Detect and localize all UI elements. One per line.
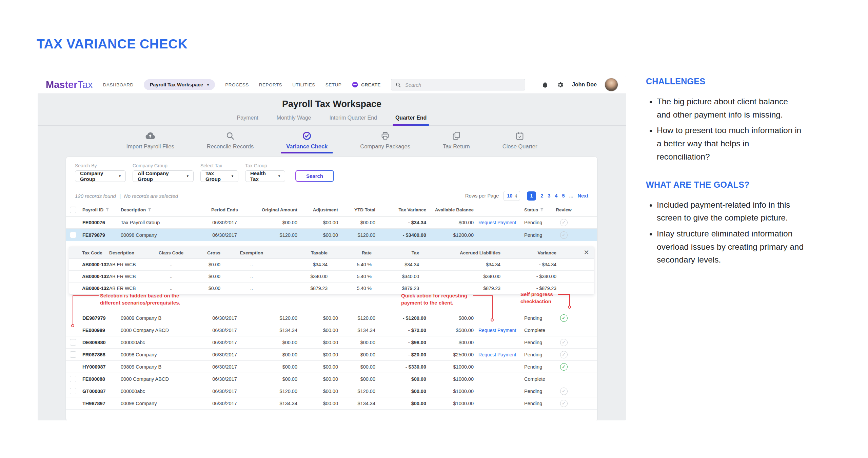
column-header-description: Description (119, 207, 200, 212)
nav-item-process[interactable]: PROCESS (225, 82, 249, 87)
toolbar-item-close-quarter[interactable]: Close Quarter (502, 131, 537, 153)
filter-icon[interactable] (148, 208, 151, 211)
create-button[interactable]: CREATE (352, 81, 381, 88)
filter-icon[interactable] (540, 208, 544, 211)
cell-tax-code: AB0000-132 (69, 262, 109, 267)
next-page-button[interactable]: Next (578, 193, 588, 199)
filter-group-company-group: Company GroupAll Company Group▼ (133, 163, 194, 182)
user-avatar[interactable] (605, 78, 618, 91)
table-row[interactable]: FE000076Tax Payroll Group06/30/2017$00.0… (66, 216, 597, 229)
table-row[interactable]: GT000087000000abc06/30/2017$120.00$00.00… (66, 385, 597, 397)
row-checkbox-cell (66, 388, 80, 394)
table-row[interactable]: FR08786800098 Company06/30/2017$00.00$00… (66, 349, 597, 361)
cell-original-amount: $00.00 (249, 352, 300, 357)
table-row[interactable]: FE0000880000 Company ABCD06/30/2017$00.0… (66, 373, 597, 385)
row-checkbox[interactable] (70, 351, 76, 358)
page-2[interactable]: 2 (540, 193, 543, 199)
row-checkbox[interactable] (70, 232, 76, 238)
close-icon[interactable]: ✕ (584, 249, 589, 256)
filter-select-company-group[interactable]: All Company Group▼ (133, 170, 194, 182)
request-payment-link[interactable]: Request Payment (478, 352, 516, 357)
cell-description: 09809 Company B (119, 364, 200, 370)
mastertax-logo[interactable]: MasterTax (46, 79, 93, 90)
review-check-icon[interactable]: ✓ (560, 314, 568, 322)
search-input[interactable] (405, 82, 521, 88)
column-header-adjustment: Adjustment (300, 207, 341, 212)
records-found: 120 records found (75, 193, 116, 199)
column-header-label: Review (556, 207, 572, 212)
row-checkbox[interactable] (70, 388, 76, 394)
search-button[interactable]: Search (295, 170, 334, 182)
table-row[interactable]: FE87987900098 Company06/30/2017$120.00$0… (66, 229, 597, 241)
review-check-icon[interactable]: ✓ (560, 339, 568, 346)
toolbar-item-label: Import Payroll Files (126, 143, 174, 150)
cell-adjustment: $00.00 (300, 389, 341, 394)
filter-group-search-by: Search ByCompany Group▼ (75, 163, 126, 182)
cell-adjustment: $00.00 (300, 352, 341, 357)
column-header-label: Status (524, 207, 538, 212)
review-check-icon[interactable]: ✓ (560, 363, 568, 371)
review-check-icon[interactable]: ✓ (560, 219, 568, 226)
cell-tax-variance: - $3400.00 (378, 232, 429, 238)
review-check-icon[interactable]: ✓ (560, 400, 568, 407)
toolbar-item-variance-check[interactable]: Variance Check (286, 131, 328, 153)
search-icon (395, 82, 401, 88)
cell-exemption: .. (228, 274, 275, 279)
toolbar-item-tax-return[interactable]: Tax Return (443, 131, 470, 153)
page-3[interactable]: 3 (548, 193, 550, 199)
cell-tax: $34.34 (374, 262, 421, 267)
toolbar-item-import-payroll-files[interactable]: Import Payroll Files (126, 131, 174, 153)
rows-per-page-select[interactable]: 10 ▴▾ (504, 191, 520, 201)
filter-label: Company Group (133, 163, 194, 168)
tab-monthly-wage[interactable]: Monthly Wage (277, 115, 311, 125)
filter-select-search-by[interactable]: Company Group▼ (75, 170, 126, 182)
table-row[interactable]: TH98789700098 Company06/30/2017$134.34$0… (66, 397, 597, 410)
cell-adjustment: $00.00 (300, 328, 341, 333)
pagination: Rows per Page 10 ▴▾ 12345...Next (465, 191, 588, 201)
review-check-icon[interactable]: ✓ (560, 388, 568, 395)
cell-tax-variance: $00.00 (378, 376, 429, 382)
request-payment-link[interactable]: Request Payment (478, 328, 516, 333)
cell-description: 000000abc (119, 389, 200, 394)
cell-tax-variance: - $34.34 (378, 220, 429, 225)
settings-gear-icon[interactable] (557, 81, 564, 88)
notifications-bell-icon[interactable] (541, 81, 549, 88)
section-bullets: The big picture about client balance and… (646, 95, 836, 164)
filter-select-tax-group[interactable]: Health Tax▼ (245, 170, 285, 182)
filter-icon[interactable] (105, 208, 109, 211)
page-1[interactable]: 1 (527, 191, 536, 201)
table-row[interactable]: DE98797909809 Company B06/30/2017$120.00… (66, 312, 597, 324)
tab-interim-quarter-end[interactable]: Interim Quarter End (329, 115, 377, 125)
inlay-row[interactable]: AB0000-132AB ER WCB..$0.00..$340.005.40 … (69, 271, 594, 283)
tab-quarter-end[interactable]: Quarter End (395, 115, 427, 125)
user-name[interactable]: John Doe (572, 82, 597, 88)
filter-value: Health Tax (250, 170, 274, 182)
page-4[interactable]: 4 (555, 193, 557, 199)
filter-select-select-tax[interactable]: Tax Group▼ (200, 170, 238, 182)
table-row[interactable]: FE0009890000 Company ABCD06/30/2017$134.… (66, 324, 597, 336)
nav-item-reports[interactable]: REPORTS (259, 82, 282, 87)
inlay-row[interactable]: AB0000-132AB ER WCB..$0.00..$879.235.40 … (69, 283, 594, 294)
column-header-label: Description (121, 207, 146, 212)
nav-item-setup[interactable]: SETUP (326, 82, 342, 87)
select-all-checkbox[interactable] (70, 207, 76, 213)
table-row[interactable]: HY00098709809 Company B06/30/2017$00.00$… (66, 361, 597, 373)
row-checkbox[interactable] (70, 339, 76, 346)
row-checkbox[interactable] (70, 376, 76, 382)
sidebar-section-what-are-the-goals: WHAT ARE THE GOALS?Included payment-rela… (646, 180, 836, 267)
workspace-selector[interactable]: Payroll Tax Workspace▾ (144, 79, 215, 90)
inlay-row[interactable]: AB0000-132AB ER WCB..$0.00..$34.345.40 %… (69, 259, 594, 271)
tab-payment[interactable]: Payment (237, 115, 258, 125)
toolbar-item-label: Close Quarter (502, 143, 537, 150)
nav-item-dashboard[interactable]: DASHBOARD (103, 82, 134, 87)
request-payment-link[interactable]: Request Payment (478, 220, 516, 225)
nav-item-utilities[interactable]: UTILITIES (292, 82, 315, 87)
toolbar-item-reconcile-records[interactable]: Reconcile Records (207, 131, 254, 153)
review-check-icon[interactable]: ✓ (560, 351, 568, 358)
toolbar-item-company-packages[interactable]: Company Packages (360, 131, 410, 153)
review-check-icon[interactable]: ✓ (560, 231, 568, 239)
page-5[interactable]: 5 (562, 193, 565, 199)
table-row[interactable]: DE809880000000abc06/30/2017$00.00$00.00$… (66, 336, 597, 349)
rows-per-page-value: 10 (507, 193, 512, 199)
inlay-column-header-taxable: Taxable (275, 250, 330, 255)
